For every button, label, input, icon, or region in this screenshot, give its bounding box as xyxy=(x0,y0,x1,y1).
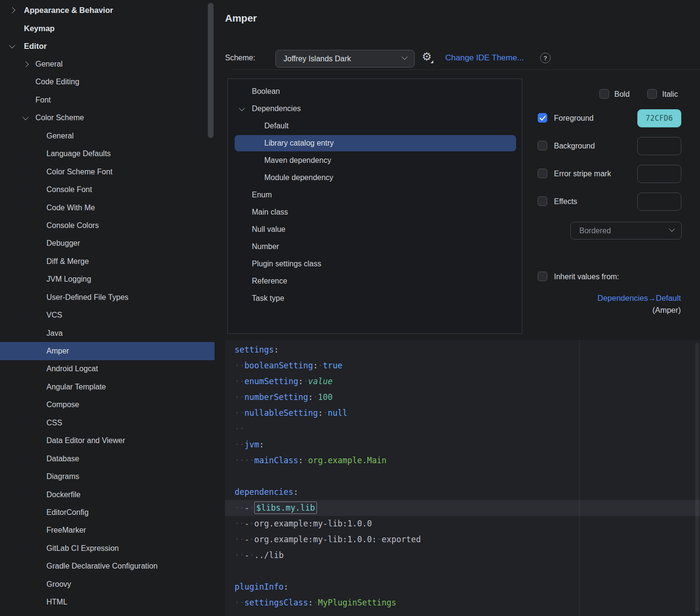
sidebar-item-data-editor-and-viewer[interactable]: Data Editor and Viewer xyxy=(0,432,215,450)
sidebar-item-vcs[interactable]: VCS xyxy=(0,306,215,324)
sidebar-item-angular-template[interactable]: Angular Template xyxy=(0,378,215,396)
code-token-plain: - xyxy=(244,535,249,544)
chevron-right-icon[interactable] xyxy=(9,8,15,13)
change-ide-theme-link[interactable]: Change IDE Theme... xyxy=(445,53,524,63)
code-token-ws: · xyxy=(323,408,327,418)
sidebar-item-html[interactable]: HTML xyxy=(0,593,215,611)
tree-item-label: Dependencies xyxy=(252,104,301,113)
sidebar-item-gradle-declarative-configuration[interactable]: Gradle Declarative Configuration xyxy=(0,558,215,575)
effect-type-value: Bordered xyxy=(579,227,611,235)
sidebar-item-label: Dockerfile xyxy=(46,491,80,499)
tree-item-boolean[interactable]: Boolean xyxy=(228,83,522,100)
sidebar-item-editorconfig[interactable]: EditorConfig xyxy=(0,503,215,521)
inherit-source-link[interactable]: Dependencies→Default xyxy=(527,294,681,303)
tree-item-null-value[interactable]: Null value xyxy=(228,221,522,238)
sidebar-item-label: Data Editor and Viewer xyxy=(46,436,125,445)
inherit-values-checkbox[interactable] xyxy=(538,272,547,281)
tree-item-label: Task type xyxy=(252,294,284,303)
error-stripe-mark-checkbox[interactable] xyxy=(538,169,547,178)
sidebar-item-console-colors[interactable]: Console Colors xyxy=(0,217,215,234)
code-token-ws: · xyxy=(303,456,308,465)
sidebar-item-label: Compose xyxy=(46,400,79,409)
sidebar-item-freemarker[interactable]: FreeMarker xyxy=(0,522,215,539)
chevron-down-icon[interactable] xyxy=(9,43,15,48)
effect-type-select[interactable]: Bordered xyxy=(570,222,682,240)
sidebar-item-general[interactable]: General xyxy=(0,55,215,73)
tree-item-dependencies[interactable]: Dependencies xyxy=(228,100,522,117)
sidebar-item-appearance-behavior[interactable]: Appearance & Behavior xyxy=(0,1,215,19)
sidebar-item-groovy[interactable]: Groovy xyxy=(0,575,215,593)
sidebar-item-user-defined-file-types[interactable]: User-Defined File Types xyxy=(0,288,215,306)
italic-checkbox[interactable] xyxy=(647,89,657,99)
sidebar-item-css[interactable]: CSS xyxy=(0,414,215,432)
code-preview-editor[interactable]: settings:··booleanSetting:·true··enumSet… xyxy=(225,340,700,616)
sidebar-scrollbar[interactable] xyxy=(208,3,214,138)
sidebar-item-language-defaults[interactable]: Language Defaults xyxy=(0,145,215,163)
code-line: ··-·../lib xyxy=(225,548,700,563)
scheme-select[interactable]: Joffrey Islands Dark xyxy=(275,50,415,68)
code-token-key: nullableSetting xyxy=(244,408,318,418)
code-token-plain: - xyxy=(244,519,249,528)
inherit-context-label: (Amper) xyxy=(527,306,681,315)
error-stripe-mark-color-field[interactable] xyxy=(637,165,681,183)
tree-item-plugin-settings-class[interactable]: Plugin settings class xyxy=(228,255,522,273)
tree-item-number[interactable]: Number xyxy=(228,238,522,255)
code-token-ref: $libs.my.lib xyxy=(254,502,317,514)
code-token-plain: : xyxy=(313,361,318,370)
sidebar-item-font[interactable]: Font xyxy=(0,91,215,109)
sidebar-item-diff-merge[interactable]: Diff & Merge xyxy=(0,252,215,270)
tree-item-main-class[interactable]: Main class xyxy=(228,204,522,221)
tree-item-library-catalog-entry[interactable]: Library catalog entry xyxy=(228,135,522,152)
tree-item-task-type[interactable]: Task type xyxy=(228,290,522,307)
tree-item-maven-dependency[interactable]: Maven dependency xyxy=(228,152,522,169)
code-token-ws: ·· xyxy=(235,503,244,513)
sidebar-item-color-scheme-font[interactable]: Color Scheme Font xyxy=(0,163,215,181)
tree-item-label: Enum xyxy=(252,191,272,199)
sidebar-item-editor[interactable]: Editor xyxy=(0,37,215,55)
sidebar-item-code-with-me[interactable]: Code With Me xyxy=(0,199,215,217)
sidebar-item-compose[interactable]: Compose xyxy=(0,396,215,414)
background-color-field[interactable] xyxy=(637,137,681,155)
sidebar-item-debugger[interactable]: Debugger xyxy=(0,235,215,252)
sidebar-item-jvm-logging[interactable]: JVM Logging xyxy=(0,271,215,288)
sidebar-item-java[interactable]: Java xyxy=(0,324,215,342)
code-line: ··booleanSetting:·true xyxy=(225,358,700,374)
tree-item-label: Module dependency xyxy=(264,173,333,182)
italic-label: Italic xyxy=(662,90,678,99)
code-token-ws: ·· xyxy=(235,392,244,402)
sidebar-item-amper[interactable]: Amper xyxy=(0,342,215,360)
tree-item-module-dependency[interactable]: Module dependency xyxy=(228,169,522,186)
foreground-color-field[interactable]: 72CFD6 xyxy=(637,109,681,127)
chevron-down-icon[interactable] xyxy=(239,105,245,111)
sidebar-item-android-logcat[interactable]: Android Logcat xyxy=(0,360,215,378)
sidebar-item-dockerfile[interactable]: Dockerfile xyxy=(0,486,215,503)
help-icon[interactable]: ? xyxy=(540,53,551,63)
background-checkbox[interactable] xyxy=(538,141,547,150)
chevron-down-icon[interactable] xyxy=(23,114,28,120)
chevron-right-icon[interactable] xyxy=(23,61,28,67)
sidebar-item-database[interactable]: Database xyxy=(0,450,215,468)
sidebar-item-keymap[interactable]: Keymap xyxy=(0,19,215,37)
tree-item-reference[interactable]: Reference xyxy=(228,273,522,290)
code-token-plain: exported xyxy=(382,535,421,544)
sidebar-item-diagrams[interactable]: Diagrams xyxy=(0,468,215,485)
tree-item-label: Number xyxy=(252,242,279,251)
effects-color-field[interactable] xyxy=(637,193,681,211)
sidebar-item-general[interactable]: General xyxy=(0,127,215,145)
sidebar-item-label: Keymap xyxy=(24,24,55,33)
code-token-ws: · xyxy=(249,519,254,528)
sidebar-item-gitlab-ci-expression[interactable]: GitLab CI Expression xyxy=(0,539,215,557)
editor-scrollbar[interactable] xyxy=(695,343,699,612)
tree-item-default[interactable]: Default xyxy=(228,117,522,135)
code-token-key: pluginInfo xyxy=(235,582,283,592)
effects-checkbox[interactable] xyxy=(538,196,547,206)
foreground-color-value: 72CFD6 xyxy=(645,114,673,123)
bold-checkbox[interactable] xyxy=(599,89,609,99)
code-token-plain: - xyxy=(244,503,249,513)
tree-item-enum[interactable]: Enum xyxy=(228,186,522,204)
foreground-checkbox[interactable] xyxy=(538,113,547,123)
sidebar-item-console-font[interactable]: Console Font xyxy=(0,181,215,198)
sidebar-item-code-editing[interactable]: Code Editing xyxy=(0,73,215,91)
sidebar-item-color-scheme[interactable]: Color Scheme xyxy=(0,109,215,127)
code-token-enum: value xyxy=(308,376,333,386)
